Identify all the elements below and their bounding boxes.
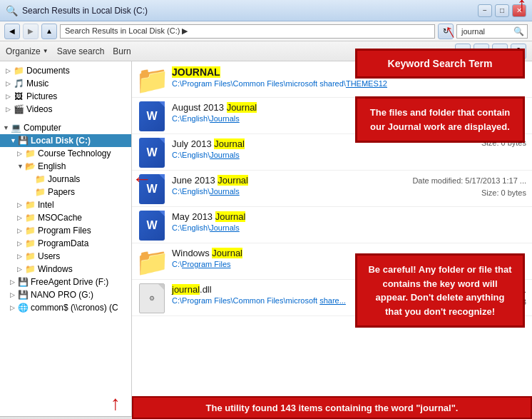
sidebar-item-journals[interactable]: 📁 Journals [0, 173, 131, 186]
computer-icon: 💻 [10, 122, 21, 133]
maximize-button[interactable]: □ [495, 4, 509, 17]
search-icon: 🔍 [513, 26, 524, 36]
list-item[interactable]: W May 2013 Journal C:\English\Journals [132, 207, 532, 243]
app-window: 🔍 Search Results in Local Disk (C:) − □ … [0, 0, 532, 419]
course-tech-icon: 📁 [24, 148, 36, 159]
network-icon: 🌐 [17, 302, 29, 313]
sidebar-item-common[interactable]: ▷ 🌐 common$ (\\cronos) (C [0, 301, 131, 314]
intel-icon: 📁 [24, 199, 36, 211]
file-name-may: May 2013 Journal [172, 211, 526, 223]
sidebar-item-users[interactable]: ▷ 📁 Users [0, 250, 131, 263]
title-text: Search Results in Local Disk (C:) [22, 6, 478, 16]
english-icon: 📂 [24, 161, 36, 172]
sidebar-item-computer[interactable]: ▼ 💻 Computer [0, 121, 131, 134]
video-icon: 🎬 [13, 104, 24, 115]
burn-button[interactable]: Burn [113, 46, 131, 56]
pictures-icon: 🖼 [13, 91, 24, 102]
file-name-jun: June 2013 Journal [172, 175, 412, 187]
file-meta-jun: Date modified: 5/17/2013 1:17 ...Size: 0… [412, 175, 526, 198]
sidebar-item-program-files[interactable]: ▷ 📁 Program Files [0, 224, 131, 237]
papers-icon: 📁 [34, 186, 46, 198]
users-icon: 📁 [24, 251, 36, 262]
sidebar-item-pictures[interactable]: ▷ 🖼 Pictures [0, 90, 131, 103]
sidebar-item-freeagent[interactable]: ▷ 💾 FreeAgent Drive (F:) [0, 276, 131, 288]
mso-icon: 📁 [24, 212, 36, 223]
back-button[interactable]: ◀ [4, 24, 20, 39]
prog-files-icon: 📁 [24, 225, 36, 236]
up-button[interactable]: ▲ [41, 24, 57, 39]
sidebar-item-music[interactable]: ▷ 🎵 Music [0, 77, 131, 90]
prog-data-icon: 📁 [24, 238, 36, 249]
sidebar-tree: ▷ 📁 Documents ▷ 🎵 Music ▷ 🖼 Pictures ▷ 🎬 [0, 61, 131, 317]
annotation-files: The files and folder that contain our Jo… [355, 96, 525, 143]
folder-icon-journal: 📁 [138, 66, 166, 94]
close-button[interactable]: ✕ [512, 4, 526, 17]
word-icon-jul: W [138, 138, 166, 167]
music-icon: 🎵 [13, 78, 24, 89]
arrow-to-status: ↑ [111, 392, 121, 415]
file-path-jun: C:\English\Journals [172, 187, 412, 196]
annotation-keyword: Keyword Search Term [355, 49, 525, 79]
sidebar-item-nano[interactable]: ▷ 💾 NANO PRO (G:) [0, 288, 131, 301]
forward-button[interactable]: ▶ [23, 24, 39, 39]
sidebar-item-msocache[interactable]: ▷ 📁 MSOCache [0, 211, 131, 224]
arrow-to-july: ← [132, 168, 152, 191]
windows-icon: 📁 [24, 263, 36, 275]
dll-icon: ⚙ [138, 284, 166, 313]
annotation-status: The utility found 143 items containing t… [132, 396, 532, 419]
file-path-may: C:\English\Journals [172, 223, 526, 232]
sidebar-item-programdata[interactable]: ▷ 📁 ProgramData [0, 237, 131, 250]
nano-icon: 💾 [17, 289, 29, 301]
sidebar-item-intel[interactable]: ▷ 📁 Intel [0, 198, 131, 211]
local-disk-icon: 💾 [17, 135, 29, 146]
annotation-careful: Be careful! Any folder or file that cont… [355, 253, 525, 328]
folder-icon-windows: 📁 [138, 248, 166, 276]
word-icon-aug: W [138, 102, 166, 131]
organize-dropdown-arrow: ▼ [43, 48, 48, 54]
folder-icon: 📁 [13, 65, 24, 76]
window-controls: − □ ✕ [478, 4, 526, 17]
title-bar: 🔍 Search Results in Local Disk (C:) − □ … [0, 0, 532, 21]
word-icon-may: W [138, 211, 166, 240]
sidebar-item-papers[interactable]: 📁 Papers [0, 186, 131, 198]
sidebar-item-windows[interactable]: ▷ 📁 Windows [0, 263, 131, 276]
minimize-button[interactable]: − [478, 4, 492, 17]
search-box[interactable]: journal 🔍 ↑ [456, 24, 528, 39]
sidebar[interactable]: ▷ 📁 Documents ▷ 🎵 Music ▷ 🖼 Pictures ▷ 🎬 [0, 61, 132, 416]
address-path[interactable]: Search Results in Local Disk (C:) ▶ [60, 24, 435, 39]
sidebar-item-english[interactable]: ▼ 📂 English [0, 160, 131, 173]
sidebar-item-local-disk[interactable]: ▼ 💾 Local Disk (C:) [0, 134, 131, 147]
sidebar-item-course-technology[interactable]: ▷ 📁 Course Technology [0, 147, 131, 160]
sidebar-item-videos[interactable]: ▷ 🎬 Videos [0, 103, 131, 116]
sidebar-item-documents[interactable]: ▷ 📁 Documents [0, 64, 131, 77]
file-path-journal: C:\Program Files\Common Files\microsoft … [172, 79, 526, 88]
file-path-jul: C:\English\Journals [172, 151, 481, 159]
list-item[interactable]: W June 2013 Journal C:\English\Journals … [132, 171, 532, 207]
journals-icon: 📁 [34, 173, 46, 185]
address-path-text: Search Results in Local Disk (C:) ▶ [65, 26, 188, 36]
freeagent-icon: 💾 [17, 276, 29, 288]
save-search-button[interactable]: Save search [57, 46, 105, 56]
organize-button[interactable]: Organize ▼ [6, 46, 48, 56]
search-value: journal [461, 27, 485, 36]
